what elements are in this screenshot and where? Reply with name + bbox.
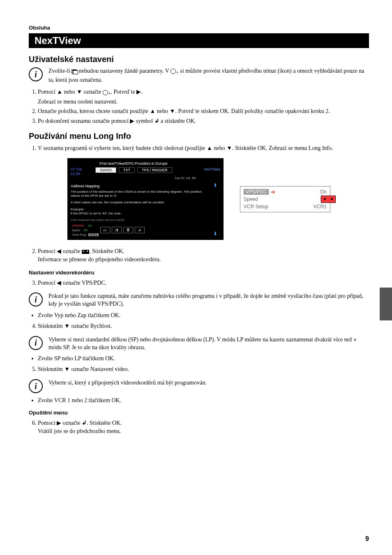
epg-tabs: SWISS TXT TPS / RINGIER bbox=[95, 167, 172, 173]
vcr-settings-panel: VPS/PDC ➔ On Speed SP VCR Setup VCR1 bbox=[240, 186, 330, 212]
info-text: Pokud je tato funkce zapnutá, máte zaruč… bbox=[48, 292, 369, 308]
info-icon: i bbox=[29, 379, 43, 393]
smiley-plus-icon bbox=[171, 69, 176, 74]
arrow-down-icon: ⬇ bbox=[213, 231, 217, 237]
step-item: Pomocí ▶ označte ↲. Stiskněte OK.Vrátili… bbox=[38, 419, 369, 435]
cassette-icon bbox=[321, 196, 336, 203]
leave-menu-heading: Opuštění menu bbox=[29, 410, 369, 416]
info-text: Vyberte si mezi standardní délkou (SP) n… bbox=[48, 336, 369, 352]
cassette-icon: ▭ bbox=[100, 227, 110, 233]
step-item: Označte položku, kterou chcete označit p… bbox=[38, 107, 369, 115]
steps-list-2: V seznamu programů si vyberte ten, který… bbox=[29, 144, 369, 152]
bullet-list: Zvolte VCR 1 nebo 2 tlačítkem OK. bbox=[29, 397, 369, 404]
steps-list-5: Stisknutím ▼ označte Rychlost. bbox=[29, 322, 369, 330]
info-icon: i bbox=[29, 67, 43, 81]
bullet-item: Zvolte SP nebo LP tlačítkem OK. bbox=[38, 355, 369, 362]
arrow-right-icon: ➔ bbox=[270, 189, 275, 195]
bullet-list: Zvolte SP nebo LP tlačítkem OK. bbox=[29, 355, 369, 362]
info-icon: i bbox=[29, 336, 43, 350]
vcr-setup-heading: Nastavení videorekordéru bbox=[29, 269, 369, 276]
side-tab bbox=[380, 288, 392, 320]
section-long-info-heading: Používání menu Long Info bbox=[29, 131, 369, 141]
vcr-label: Speed bbox=[244, 196, 258, 202]
smiley-plus-icon bbox=[103, 90, 108, 95]
vcr-label: VPS/PDC bbox=[244, 189, 269, 195]
epg-subdate: Tue 07. 04 .98 bbox=[71, 176, 220, 180]
vcr-row: VCR Setup VCR1 bbox=[244, 203, 327, 210]
return-icon: ↲ bbox=[135, 227, 145, 233]
epg-body-heading: Address Mapping bbox=[71, 184, 210, 188]
info-text: Zvolíte-li nebudou nastaveny žándé param… bbox=[48, 67, 369, 84]
epg-body-text: Example: if the DPWC is set to '63', the… bbox=[71, 207, 210, 216]
epg-tab: TXT bbox=[119, 167, 135, 173]
epg-title: First nextTView/EPG-Providers in Europe bbox=[71, 161, 220, 166]
step-item: Po dokončení seznamu označte pomocí ▶ sy… bbox=[38, 117, 369, 125]
epg-brand: nexTView bbox=[204, 167, 220, 171]
vcr-row: Speed SP bbox=[244, 196, 327, 203]
epg-tab: TPS / RINGIER bbox=[137, 167, 172, 173]
steps-list-6: Stisknutím ▼ označte Nastavení video. bbox=[29, 365, 369, 373]
step-item: Pomocí ◀ označte VPS/PDC. bbox=[38, 279, 369, 287]
vcr-label: VCR Setup bbox=[244, 204, 268, 210]
step-item: Stisknutím ▼ označte Nastavení video. bbox=[38, 365, 369, 373]
vcr-row: VPS/PDC ➔ On bbox=[244, 188, 327, 196]
epg-toolbar: VPS/PDC On Speed SP Timer Prog VCR1 ▭ ◔ … bbox=[71, 223, 210, 237]
cassette-icon bbox=[82, 250, 89, 254]
step-item: Pomocí ◀ označte . Stiskněte OK.Informac… bbox=[38, 247, 369, 263]
epg-screenshot: First nextTView/EPG-Providers in Europe … bbox=[67, 158, 224, 240]
bullet-item: Zvolte VCR 1 nebo 2 tlačítkem OK. bbox=[38, 397, 369, 404]
clock-icon: ◔ bbox=[112, 227, 122, 233]
epg-datetime: 07 Tue12:38 bbox=[71, 167, 95, 176]
epg-body-text: If other values are set, the complete co… bbox=[71, 200, 210, 205]
title-bar: NexTView bbox=[29, 33, 369, 48]
steps-list-4: Pomocí ◀ označte VPS/PDC. bbox=[29, 279, 369, 287]
bullet-item: Zvolte Vyp nebo Zap tlačítkem OK. bbox=[38, 312, 369, 319]
vcr-value: On bbox=[320, 189, 327, 195]
steps-list-7: Pomocí ▶ označte ↲. Stiskněte OK.Vrátili… bbox=[29, 419, 369, 435]
steps-list-1: Pomocí ▲ nebo ▼ označte +. Potvrd´te ▶.Z… bbox=[29, 88, 369, 125]
info-text: Vyberte si, který z připojených videorek… bbox=[48, 379, 369, 387]
epg-body-text: The position of the addresses in the OSD… bbox=[71, 190, 210, 198]
list-icon: ≣ bbox=[123, 227, 133, 233]
step-item: V seznamu programů si vyberte ten, který… bbox=[38, 144, 369, 152]
category-label: Obsluha bbox=[29, 25, 369, 31]
step-item: Pomocí ▲ nebo ▼ označte +. Potvrd´te ▶.Z… bbox=[38, 88, 369, 106]
epg-footer-note: This channel has been set for a timer bbox=[71, 218, 210, 222]
step-item: Stisknutím ▼ označte Rychlost. bbox=[38, 322, 369, 330]
arrow-up-icon: ⬆ bbox=[213, 182, 217, 188]
section-user-settings-heading: Uživatelské nastaveni bbox=[29, 55, 369, 64]
info-icon: i bbox=[29, 292, 43, 306]
epg-tab: SWISS bbox=[95, 167, 116, 173]
page-number: 9 bbox=[365, 535, 369, 543]
bullet-list: Zvolte Vyp nebo Zap tlačítkem OK. bbox=[29, 312, 369, 319]
cards-icon bbox=[71, 69, 77, 74]
steps-list-3: Pomocí ◀ označte . Stiskněte OK.Informac… bbox=[29, 247, 369, 263]
vcr-value: VCR1 bbox=[314, 204, 327, 210]
